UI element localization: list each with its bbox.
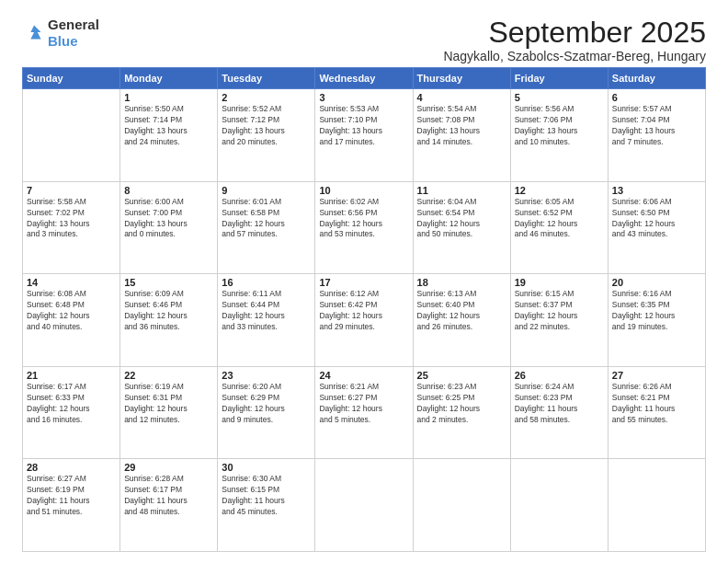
logo: General Blue xyxy=(22,17,99,50)
day-number: 8 xyxy=(124,185,213,196)
day-info: Sunrise: 6:12 AM Sunset: 6:42 PM Dayligh… xyxy=(319,289,408,333)
header-friday: Friday xyxy=(510,68,608,89)
week-row-5: 28Sunrise: 6:27 AM Sunset: 6:19 PM Dayli… xyxy=(23,459,706,552)
day-cell: 21Sunrise: 6:17 AM Sunset: 6:33 PM Dayli… xyxy=(23,366,120,459)
week-row-3: 14Sunrise: 6:08 AM Sunset: 6:48 PM Dayli… xyxy=(23,274,706,367)
day-info: Sunrise: 6:01 AM Sunset: 6:58 PM Dayligh… xyxy=(222,197,311,241)
day-number: 10 xyxy=(319,185,408,196)
day-cell: 11Sunrise: 6:04 AM Sunset: 6:54 PM Dayli… xyxy=(413,181,510,274)
day-info: Sunrise: 5:58 AM Sunset: 7:02 PM Dayligh… xyxy=(27,197,116,241)
day-info: Sunrise: 6:27 AM Sunset: 6:19 PM Dayligh… xyxy=(27,474,116,518)
day-number: 18 xyxy=(417,277,506,288)
day-info: Sunrise: 5:56 AM Sunset: 7:06 PM Dayligh… xyxy=(515,104,604,148)
header-thursday: Thursday xyxy=(413,68,510,89)
logo-general: General xyxy=(48,17,99,32)
day-number: 12 xyxy=(515,185,604,196)
day-info: Sunrise: 6:13 AM Sunset: 6:40 PM Dayligh… xyxy=(417,289,506,333)
day-cell xyxy=(315,459,413,552)
day-number: 25 xyxy=(417,370,506,381)
day-cell: 30Sunrise: 6:30 AM Sunset: 6:15 PM Dayli… xyxy=(218,459,315,552)
header-saturday: Saturday xyxy=(608,68,705,89)
day-info: Sunrise: 6:19 AM Sunset: 6:31 PM Dayligh… xyxy=(124,382,213,426)
day-cell: 2Sunrise: 5:52 AM Sunset: 7:12 PM Daylig… xyxy=(218,89,315,182)
logo-blue: Blue xyxy=(48,33,78,49)
day-cell: 19Sunrise: 6:15 AM Sunset: 6:37 PM Dayli… xyxy=(510,274,608,367)
day-info: Sunrise: 6:08 AM Sunset: 6:48 PM Dayligh… xyxy=(27,289,116,333)
day-cell: 8Sunrise: 6:00 AM Sunset: 7:00 PM Daylig… xyxy=(120,181,218,274)
day-number: 20 xyxy=(612,277,701,288)
day-cell: 27Sunrise: 6:26 AM Sunset: 6:21 PM Dayli… xyxy=(608,366,705,459)
day-cell: 10Sunrise: 6:02 AM Sunset: 6:56 PM Dayli… xyxy=(315,181,413,274)
day-cell: 14Sunrise: 6:08 AM Sunset: 6:48 PM Dayli… xyxy=(23,274,120,367)
day-cell: 24Sunrise: 6:21 AM Sunset: 6:27 PM Dayli… xyxy=(315,366,413,459)
day-cell: 12Sunrise: 6:05 AM Sunset: 6:52 PM Dayli… xyxy=(510,181,608,274)
day-cell: 13Sunrise: 6:06 AM Sunset: 6:50 PM Dayli… xyxy=(608,181,705,274)
day-info: Sunrise: 6:24 AM Sunset: 6:23 PM Dayligh… xyxy=(515,382,604,426)
page: General Blue September 2025 Nagykallo, S… xyxy=(0,0,728,563)
day-info: Sunrise: 6:20 AM Sunset: 6:29 PM Dayligh… xyxy=(222,382,311,426)
day-info: Sunrise: 5:50 AM Sunset: 7:14 PM Dayligh… xyxy=(124,104,213,148)
month-title: September 2025 xyxy=(443,17,706,49)
day-number: 19 xyxy=(515,277,604,288)
day-number: 28 xyxy=(27,462,116,473)
logo-icon xyxy=(22,20,48,46)
day-number: 15 xyxy=(124,277,213,288)
day-cell: 5Sunrise: 5:56 AM Sunset: 7:06 PM Daylig… xyxy=(510,89,608,182)
day-number: 30 xyxy=(222,462,311,473)
day-cell xyxy=(510,459,608,552)
day-number: 5 xyxy=(515,92,604,103)
day-info: Sunrise: 6:28 AM Sunset: 6:17 PM Dayligh… xyxy=(124,474,213,518)
day-info: Sunrise: 6:02 AM Sunset: 6:56 PM Dayligh… xyxy=(319,197,408,241)
day-info: Sunrise: 6:21 AM Sunset: 6:27 PM Dayligh… xyxy=(319,382,408,426)
day-cell: 1Sunrise: 5:50 AM Sunset: 7:14 PM Daylig… xyxy=(120,89,218,182)
day-number: 4 xyxy=(417,92,506,103)
day-cell: 7Sunrise: 5:58 AM Sunset: 7:02 PM Daylig… xyxy=(23,181,120,274)
day-info: Sunrise: 6:11 AM Sunset: 6:44 PM Dayligh… xyxy=(222,289,311,333)
day-info: Sunrise: 6:06 AM Sunset: 6:50 PM Dayligh… xyxy=(612,197,701,241)
day-info: Sunrise: 5:57 AM Sunset: 7:04 PM Dayligh… xyxy=(612,104,701,148)
header-monday: Monday xyxy=(120,68,218,89)
day-number: 14 xyxy=(27,277,116,288)
day-number: 29 xyxy=(124,462,213,473)
day-info: Sunrise: 6:05 AM Sunset: 6:52 PM Dayligh… xyxy=(515,197,604,241)
header-area: General Blue September 2025 Nagykallo, S… xyxy=(22,17,706,63)
day-number: 27 xyxy=(612,370,701,381)
day-number: 13 xyxy=(612,185,701,196)
day-number: 23 xyxy=(222,370,311,381)
day-info: Sunrise: 6:17 AM Sunset: 6:33 PM Dayligh… xyxy=(27,382,116,426)
day-info: Sunrise: 6:04 AM Sunset: 6:54 PM Dayligh… xyxy=(417,197,506,241)
svg-marker-0 xyxy=(30,26,40,40)
week-row-4: 21Sunrise: 6:17 AM Sunset: 6:33 PM Dayli… xyxy=(23,366,706,459)
day-info: Sunrise: 6:15 AM Sunset: 6:37 PM Dayligh… xyxy=(515,289,604,333)
day-number: 2 xyxy=(222,92,311,103)
day-number: 3 xyxy=(319,92,408,103)
day-cell: 16Sunrise: 6:11 AM Sunset: 6:44 PM Dayli… xyxy=(218,274,315,367)
day-cell: 18Sunrise: 6:13 AM Sunset: 6:40 PM Dayli… xyxy=(413,274,510,367)
day-number: 9 xyxy=(222,185,311,196)
day-cell: 3Sunrise: 5:53 AM Sunset: 7:10 PM Daylig… xyxy=(315,89,413,182)
location-title: Nagykallo, Szabolcs-Szatmar-Bereg, Hunga… xyxy=(443,49,706,63)
day-cell: 26Sunrise: 6:24 AM Sunset: 6:23 PM Dayli… xyxy=(510,366,608,459)
day-cell: 23Sunrise: 6:20 AM Sunset: 6:29 PM Dayli… xyxy=(218,366,315,459)
day-cell xyxy=(413,459,510,552)
day-info: Sunrise: 6:00 AM Sunset: 7:00 PM Dayligh… xyxy=(124,197,213,241)
day-info: Sunrise: 5:53 AM Sunset: 7:10 PM Dayligh… xyxy=(319,104,408,148)
day-cell: 4Sunrise: 5:54 AM Sunset: 7:08 PM Daylig… xyxy=(413,89,510,182)
weekday-header-row: Sunday Monday Tuesday Wednesday Thursday… xyxy=(23,68,706,89)
day-info: Sunrise: 6:30 AM Sunset: 6:15 PM Dayligh… xyxy=(222,474,311,518)
day-cell: 29Sunrise: 6:28 AM Sunset: 6:17 PM Dayli… xyxy=(120,459,218,552)
day-cell: 6Sunrise: 5:57 AM Sunset: 7:04 PM Daylig… xyxy=(608,89,705,182)
day-number: 1 xyxy=(124,92,213,103)
day-cell: 15Sunrise: 6:09 AM Sunset: 6:46 PM Dayli… xyxy=(120,274,218,367)
day-cell: 22Sunrise: 6:19 AM Sunset: 6:31 PM Dayli… xyxy=(120,366,218,459)
title-area: September 2025 Nagykallo, Szabolcs-Szatm… xyxy=(443,17,706,63)
week-row-1: 1Sunrise: 5:50 AM Sunset: 7:14 PM Daylig… xyxy=(23,89,706,182)
day-cell: 25Sunrise: 6:23 AM Sunset: 6:25 PM Dayli… xyxy=(413,366,510,459)
week-row-2: 7Sunrise: 5:58 AM Sunset: 7:02 PM Daylig… xyxy=(23,181,706,274)
day-cell: 9Sunrise: 6:01 AM Sunset: 6:58 PM Daylig… xyxy=(218,181,315,274)
day-number: 17 xyxy=(319,277,408,288)
day-info: Sunrise: 6:23 AM Sunset: 6:25 PM Dayligh… xyxy=(417,382,506,426)
day-info: Sunrise: 5:54 AM Sunset: 7:08 PM Dayligh… xyxy=(417,104,506,148)
day-cell: 17Sunrise: 6:12 AM Sunset: 6:42 PM Dayli… xyxy=(315,274,413,367)
day-number: 6 xyxy=(612,92,701,103)
